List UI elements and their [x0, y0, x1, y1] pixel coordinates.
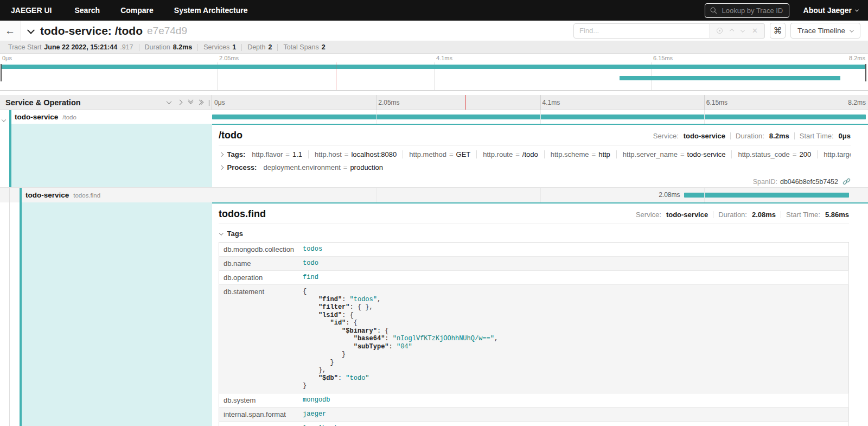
tag-key: http.target: [824, 150, 851, 158]
tag-pill: http.flavor=1.1: [250, 150, 309, 158]
summary-label: Total Spans: [283, 43, 318, 51]
meta-label: Start Time:: [800, 132, 834, 140]
nav-item-compare[interactable]: Compare: [120, 6, 154, 15]
process-summary-row[interactable]: Process: deployment.environment=producti…: [219, 163, 851, 171]
service-operation-title: Service & Operation: [5, 98, 81, 107]
tag-table-key: db.mongodb.collection: [219, 243, 299, 257]
expand-collapse-controls: [167, 100, 203, 104]
tag-table-key: db.name: [219, 257, 299, 271]
span-duration-label: 2.08ms: [659, 191, 680, 199]
span-duration-bar[interactable]: [212, 115, 866, 119]
selected-span-highlight: [11, 124, 212, 187]
tags-key-value-table: db.mongodb.collectiontodosdb.nametododb.…: [219, 242, 849, 426]
about-jaeger-menu[interactable]: About Jaeger: [803, 6, 858, 15]
trace-view-selector[interactable]: Trace Timeline: [790, 23, 860, 39]
trace-view-label: Trace Timeline: [797, 27, 845, 35]
meta-value: 8.2ms: [769, 132, 789, 140]
nav-item-system-architecture[interactable]: System Architecture: [174, 6, 248, 15]
span-color-band: [20, 188, 22, 202]
find-tools: ✕: [710, 23, 765, 39]
summary-value: 2: [268, 43, 272, 51]
column-resizer-handle[interactable]: [208, 100, 210, 106]
trace-id: e7e74d9: [147, 25, 187, 37]
collapse-deep-icon[interactable]: [189, 101, 193, 104]
span-row-todo[interactable]: todo-service /todo: [0, 110, 868, 124]
timeline-ticks-header[interactable]: 0μs2.05ms4.1ms6.15ms8.2ms: [212, 95, 868, 110]
equals-sign: =: [285, 150, 290, 158]
chevron-down-icon: [855, 8, 859, 11]
meta-value: todo-service: [684, 132, 725, 140]
tag-key: http.method: [409, 150, 446, 158]
span-timeline-cell[interactable]: [212, 110, 868, 124]
span-row-todos-find[interactable]: todo-service todos.find 2.08ms: [0, 187, 868, 202]
tags-accordion-header[interactable]: Tags: [219, 230, 849, 238]
timeline-gridline: [540, 188, 541, 202]
tag-pill: http.server_name=todo-service: [617, 150, 732, 158]
collapse-trace-chevron-icon[interactable]: [27, 26, 35, 34]
minimap-cursor-line: [336, 62, 336, 90]
trace-title-bar: ← todo-service: /todo e7e74d9 ✕ ⌘ Trace …: [0, 21, 868, 41]
tag-value: todo-service: [687, 150, 726, 158]
expand-one-icon[interactable]: [178, 100, 182, 104]
span-timeline-cell[interactable]: 2.08ms: [212, 188, 868, 202]
summary-value: 1: [232, 43, 236, 51]
span-id-row: SpanID: db046b8efc5b7452: [219, 177, 851, 186]
span-label[interactable]: todo-service todos.find: [25, 188, 100, 202]
brand[interactable]: JAEGER UI: [11, 6, 52, 15]
trace-lookup-box[interactable]: [705, 3, 789, 18]
nav-item-search[interactable]: Search: [74, 6, 100, 15]
divider: [219, 224, 849, 224]
span-label[interactable]: todo-service /todo: [15, 110, 76, 124]
tag-table-key: db.operation: [219, 271, 299, 285]
tags-accordion-label: Tags: [227, 230, 243, 238]
find-next-icon[interactable]: [741, 29, 744, 33]
find-input[interactable]: [573, 23, 710, 39]
timeline-minimap[interactable]: 0μs2.05ms4.1ms6.15ms8.2ms: [0, 54, 868, 91]
tag-value: GET: [456, 150, 471, 158]
minimap-graph[interactable]: [0, 62, 868, 91]
tag-value: localhost:8080: [351, 150, 397, 158]
minimap-left-scrub-handle[interactable]: [1, 64, 2, 81]
back-button[interactable]: ←: [0, 21, 21, 41]
copy-link-icon[interactable]: [843, 177, 851, 186]
find-prev-icon[interactable]: [730, 29, 733, 33]
span-duration-bar[interactable]: [684, 193, 848, 198]
find-clear-icon[interactable]: ✕: [752, 27, 758, 35]
nav-menu: SearchCompareSystem Architecture: [74, 6, 247, 15]
tag-table-value: localhost: [298, 421, 848, 426]
tag-table-value: mongodb: [298, 393, 848, 407]
divider: [730, 132, 731, 139]
collapse-all-icon[interactable]: [167, 100, 171, 104]
equals-sign: =: [344, 150, 349, 158]
tag-pill: http.scheme=http: [545, 150, 617, 158]
meta-label: Start Time:: [786, 211, 820, 219]
tag-table-row: internal.span.formatjaeger: [219, 407, 849, 421]
minimap-right-scrub-handle[interactable]: [865, 64, 866, 81]
span-collapse-chevron-icon[interactable]: [2, 115, 5, 124]
expand-all-icon[interactable]: [200, 100, 203, 104]
summary-trace-start: Trace StartJune 22 2022, 15:21:44.917: [3, 43, 139, 51]
tags-summary-row[interactable]: Tags: http.flavor=1.1http.host=localhost…: [219, 150, 851, 158]
tag-value: 200: [799, 150, 811, 158]
span-name-column[interactable]: todo-service /todo: [0, 110, 212, 124]
tag-table-row: db.statement{ "find": "todos", "filter":…: [219, 285, 849, 393]
summary-services: Services1: [198, 43, 241, 51]
span-name-column[interactable]: todo-service todos.find: [0, 188, 212, 202]
meta-label: Duration:: [736, 132, 764, 140]
summary-value: 2: [322, 43, 326, 51]
match-scope-icon[interactable]: [717, 28, 723, 34]
process-summary-label: Process:: [227, 163, 257, 171]
span-id-label: SpanID:: [753, 178, 777, 186]
summary-duration: Duration8.2ms: [139, 43, 198, 51]
minimap-tick-label: 4.1ms: [436, 55, 452, 61]
equals-sign: =: [449, 150, 454, 158]
keyboard-shortcuts-button[interactable]: ⌘: [770, 23, 786, 39]
timeline-gridline: [376, 95, 376, 110]
minimap-tick-label: 2.05ms: [219, 55, 239, 61]
tag-table-key: db.statement: [219, 285, 299, 393]
span-detail-panel-todos-find: todos.find Service:todo-serviceDuration:…: [212, 202, 868, 426]
equals-sign: =: [515, 150, 520, 158]
summary-label: Duration: [145, 43, 170, 51]
trace-lookup-input[interactable]: [721, 6, 784, 15]
process-pills: deployment.environment=production: [261, 163, 389, 171]
